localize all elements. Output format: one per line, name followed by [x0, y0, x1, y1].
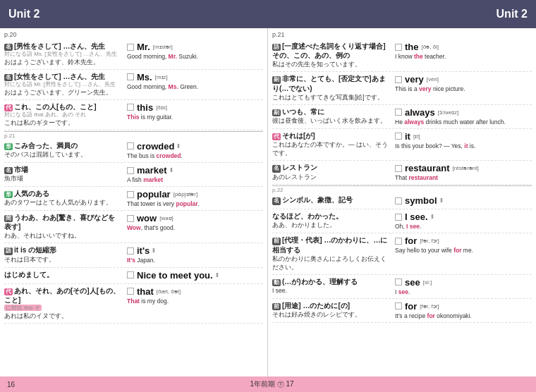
checkbox[interactable]: [127, 44, 134, 51]
table-row: 名市場魚市場marketⅡA fish market: [4, 163, 263, 187]
en-pronunciation: [ðæt, ðət]: [157, 288, 181, 295]
en-word-row: marketⅡ: [127, 165, 263, 176]
en-word: Mr.: [137, 42, 150, 52]
table-row: 名レストランあのレストランrestaurant[réstərənt]That r…: [272, 161, 532, 185]
pos-tag: 副: [272, 109, 281, 116]
table-row: 動(…が)わかる、理解するI see.see[si:]I see.: [272, 275, 532, 299]
entry-en-side: restaurant[réstərənt]That restaurant: [392, 163, 532, 182]
entry-jp-side: 語[一度述べた名詞をくり返す場合]その、この、あの、例の私はその先生を知っていま…: [272, 42, 392, 69]
en-pronunciation: Ⅱ: [440, 197, 443, 204]
checkbox[interactable]: [395, 165, 402, 172]
en-pronunciation: Ⅱ: [177, 143, 180, 149]
checkbox[interactable]: [127, 104, 134, 111]
checkbox[interactable]: [395, 214, 402, 221]
en-pronunciation: Ⅱ: [216, 272, 219, 278]
en-word: market: [137, 165, 167, 176]
jp-word: 前[代理・代表] …のかわりに、…に相当する: [272, 235, 389, 254]
checkbox[interactable]: [127, 215, 134, 222]
entry-jp-side: 名シンボル、象徴、記号: [272, 195, 392, 204]
checkbox[interactable]: [127, 247, 134, 255]
jp-word: 名市場: [4, 165, 121, 174]
header-left: Unit 2: [0, 0, 268, 28]
entry-jp-side: 代あれ、それ、あの[その]人[もの、こと]に対比 this そあれは私のイヌです…: [4, 286, 124, 321]
checkbox[interactable]: [395, 302, 402, 310]
jp-sentence: 私のかわりに奥さんによろしくお伝えください。: [272, 255, 389, 272]
checkbox[interactable]: [127, 73, 134, 80]
jp-sentence: 私はその先生を知っています。: [272, 61, 389, 69]
checkbox[interactable]: [395, 76, 402, 83]
entry-en-side: crowdedⅡThe bus is crowded.: [124, 141, 263, 160]
en-pronunciation: [ɪt]: [413, 133, 420, 140]
jp-word: はじめまして。: [4, 270, 121, 279]
pos-tag: 副: [272, 76, 281, 83]
jp-word: 副いつも、常に: [272, 107, 389, 116]
entry-jp-side: 副いつも、常に彼は昼食後、いっぱいく水を飲みます。: [272, 107, 392, 125]
jp-sentence: ああ、わかりました。: [272, 221, 389, 230]
jp-sentence: それは好み焼きのレシピです。: [272, 311, 389, 319]
en-word-row: it'sⅡ: [127, 245, 263, 256]
checkbox[interactable]: [395, 238, 402, 245]
jp-sentence: 彼は昼食後、いっぱいく水を飲みます。: [272, 117, 389, 125]
pos-tag: 名: [4, 167, 13, 174]
entry-en-side: popular[pɑ́pjʊlər]That tower is very pop…: [124, 189, 263, 208]
jp-word: 語it is の短縮形: [4, 245, 121, 255]
jp-word: 名シンボル、象徴、記号: [272, 195, 389, 204]
jp-word: 動(…が)わかる、理解する: [272, 277, 389, 286]
jp-word: 形こみ合った、満員の: [4, 141, 121, 150]
en-pronunciation: [si:]: [423, 279, 432, 286]
table-row: 語[一度述べた名詞をくり返す場合]その、この、あの、例の私はその先生を知っていま…: [272, 39, 532, 72]
jp-sentence: おはようございます、グリーン先生。: [4, 89, 121, 97]
jp-sentence: あれは私のイヌです。: [4, 312, 121, 321]
en-word-row: very[véri]: [395, 74, 532, 85]
table-row: 名シンボル、象徴、記号symbolⅡ: [272, 193, 532, 209]
pos-tag: 語: [272, 44, 281, 51]
en-pronunciation: [ɔ́:lweɪz]: [438, 109, 459, 116]
checkbox[interactable]: [395, 109, 402, 116]
pos-tag: 名: [4, 44, 13, 51]
en-word: symbol: [405, 195, 437, 206]
table-row: 代それは[が]これはあなたの本ですか。— はい、そうです。it[ɪt]Is th…: [272, 129, 532, 161]
checkbox[interactable]: [127, 271, 134, 278]
page-break-label: p.21: [4, 131, 263, 139]
pos-tag: 前: [272, 238, 281, 245]
en-pronunciation: Ⅱ: [170, 167, 173, 173]
en-word: wow: [137, 213, 157, 223]
en-word-row: popular[pɑ́pjʊlər]: [127, 189, 263, 200]
en-word: very: [405, 74, 424, 85]
entry-jp-side: 副非常に、とても、[否定文で]あまり(…でない)これはとてもすてきな写真集[絵]…: [272, 74, 392, 102]
table-row: 前[代理・代表] …のかわりに、…に相当する私のかわりに奥さんによろしくお伝えく…: [272, 233, 532, 274]
en-sentence: Good morning, Mr. Suzuki.: [127, 53, 263, 61]
en-pronunciation: [mɪstər]: [153, 44, 173, 50]
entry-en-side: it[ɪt]Is this your book? — Yes, it is.: [392, 131, 532, 150]
en-word: it: [405, 131, 410, 142]
entry-en-side: Nice to meet you.Ⅱ: [124, 270, 263, 281]
en-pronunciation: [véri]: [427, 76, 439, 82]
checkbox[interactable]: [395, 44, 402, 51]
right-title: Unit 2: [497, 8, 528, 20]
jp-sentence: あのタワーはとても人気があります。: [4, 199, 121, 207]
checkbox[interactable]: [395, 197, 402, 204]
checkbox[interactable]: [395, 278, 402, 286]
pos-tag: 間: [4, 215, 13, 222]
entry-en-side: I see.ⅡOh, I see.: [392, 212, 532, 231]
checkbox[interactable]: [127, 167, 134, 174]
en-pronunciation: [ðə, ði]: [422, 44, 439, 50]
en-word-row: Nice to meet you.Ⅱ: [127, 270, 263, 281]
right-page: p.21語[一度述べた名詞をくり返す場合]その、この、あの、例の私はその先生を知…: [268, 28, 536, 376]
en-word: that: [137, 286, 154, 297]
checkbox[interactable]: [127, 191, 134, 198]
jp-sentence: I see.: [272, 287, 389, 294]
entry-jp-side: 語it is の短縮形それは日本です。: [4, 245, 124, 264]
jp-word: 間うわあ、わあ[驚き、喜びなどを表す]: [4, 213, 121, 231]
checkbox[interactable]: [127, 288, 134, 295]
checkbox[interactable]: [395, 133, 402, 140]
entry-en-side: always[ɔ́:lweɪz]He always drinks much wa…: [392, 107, 532, 126]
en-word: I see.: [405, 212, 428, 222]
table-row: 代これ、この人[もの、こと]対になる語 that あれ、あの それこれは私のギタ…: [4, 100, 263, 130]
table-row: はじめまして。Nice to meet you.Ⅱ: [4, 268, 263, 284]
en-sentence: That is my dog.: [127, 298, 263, 305]
en-word-row: Mr.[mɪstər]: [127, 42, 263, 52]
en-pronunciation: [fər, fɔr]: [420, 238, 439, 244]
checkbox[interactable]: [127, 142, 134, 149]
table-row: 代あれ、それ、あの[その]人[もの、こと]に対比 this そあれは私のイヌです…: [4, 284, 263, 324]
